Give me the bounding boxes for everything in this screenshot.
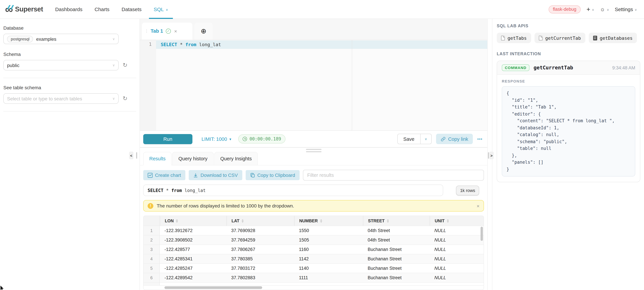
filter-results-input[interactable] bbox=[303, 170, 484, 181]
collapse-api-panel-button[interactable]: > bbox=[489, 152, 494, 159]
schema-sidebar: Database postgresql examples ∨ Schema pu… bbox=[0, 19, 140, 290]
chevron-down-icon: ∨ bbox=[607, 8, 609, 11]
sort-icon bbox=[320, 219, 322, 223]
close-tab-icon[interactable]: × bbox=[174, 28, 177, 33]
sql-code-editor[interactable]: 1 SELECT * from long_lat bbox=[140, 39, 487, 130]
run-button[interactable]: Run bbox=[143, 134, 192, 144]
theme-menu[interactable]: ☼ ∨ bbox=[600, 6, 609, 12]
row-count-badge[interactable]: 1k rows bbox=[456, 185, 479, 195]
warning-text: The number of rows displayed is limited … bbox=[157, 203, 294, 209]
editor-gutter: 1 bbox=[140, 40, 156, 130]
chevron-down-icon: ∨ bbox=[112, 97, 115, 100]
sql-editor-panel: ⋮ Tab 1 ✓ × ⊕ 1 SELECT * from long_lat R… bbox=[140, 19, 488, 290]
table-row: 4 -122.4285341 37.780385 1142 Buchanan S… bbox=[144, 254, 484, 263]
database-select[interactable]: postgresql examples ∨ bbox=[3, 34, 118, 44]
chevron-down-icon: ∨ bbox=[112, 63, 115, 67]
tab-query-insights[interactable]: Query Insights bbox=[214, 152, 258, 165]
add-tab-button[interactable]: ⊕ bbox=[194, 22, 213, 39]
superset-sql-lab: ∞ Superset Dashboards Charts Datasets SQ… bbox=[0, 0, 644, 290]
vertical-scrollbar-thumb[interactable] bbox=[480, 227, 483, 241]
executed-query-preview: SELECT * from long_lat bbox=[143, 185, 443, 196]
plus-icon: + bbox=[586, 6, 590, 12]
editor-tab-1[interactable]: ⋮ Tab 1 ✓ × bbox=[142, 22, 192, 39]
chevron-down-icon: ∨ bbox=[635, 8, 637, 11]
settings-menu[interactable]: Settings ∨ bbox=[615, 6, 637, 12]
table-row: 2 -122.3908502 37.7694259 1505 04th Stre… bbox=[144, 235, 484, 245]
save-split-button: Save ∨ bbox=[397, 134, 432, 144]
command-timestamp: 9:34:48 AM bbox=[612, 65, 635, 70]
column-header-number[interactable]: NUMBER bbox=[294, 216, 363, 226]
get-databases-button[interactable]: getDatabases bbox=[588, 33, 637, 43]
sort-icon bbox=[447, 219, 449, 223]
refresh-schemas-icon[interactable]: ↻ bbox=[123, 62, 128, 68]
close-warning-icon[interactable]: × bbox=[476, 203, 480, 209]
limit-label: LIMIT: bbox=[202, 136, 215, 142]
schema-label: Schema bbox=[3, 51, 136, 57]
panel-resize-divider[interactable] bbox=[140, 147, 487, 152]
clipboard-icon bbox=[250, 173, 255, 178]
download-csv-button[interactable]: Download to CSV bbox=[189, 170, 242, 180]
save-dropdown-button[interactable]: ∨ bbox=[420, 134, 431, 144]
tab-status-check-icon: ✓ bbox=[166, 28, 171, 33]
line-number: 1 bbox=[140, 40, 156, 47]
table-header-row: LON LAT NUMBER STREET UNIT bbox=[144, 216, 484, 226]
mouse-cursor bbox=[0, 285, 4, 290]
response-code-block: { "id": "1", "title": "Tab 1", "editor":… bbox=[502, 86, 635, 177]
column-header-lat[interactable]: LAT bbox=[226, 216, 294, 226]
sort-icon bbox=[176, 219, 178, 223]
topbar-right: flask-debug + ∨ ☼ ∨ Settings ∨ bbox=[548, 5, 637, 13]
collapse-sidebar-button[interactable]: < bbox=[129, 152, 134, 159]
table-select[interactable]: Select table or type to search tables ∨ bbox=[3, 93, 118, 104]
last-interaction-title: LAST INTERACTION bbox=[497, 51, 640, 56]
chevron-down-icon: ∨ bbox=[112, 37, 115, 41]
nav-dashboards[interactable]: Dashboards bbox=[55, 0, 82, 19]
get-current-tab-button[interactable]: getCurrentTab bbox=[534, 33, 585, 43]
database-value: examples bbox=[36, 36, 56, 42]
database-engine-tag: postgresql bbox=[7, 35, 33, 42]
editor-print-margin bbox=[352, 40, 352, 130]
command-name: getCurrentTab bbox=[534, 65, 573, 71]
more-actions-button[interactable]: ••• bbox=[477, 137, 482, 141]
column-header-lon[interactable]: LON bbox=[160, 216, 226, 226]
column-header-street[interactable]: STREET bbox=[363, 216, 430, 226]
column-header-unit[interactable]: UNIT bbox=[430, 216, 484, 226]
refresh-tables-icon[interactable]: ↻ bbox=[123, 96, 128, 101]
tab-results[interactable]: Results bbox=[143, 152, 172, 165]
table-schema-label: See table schema bbox=[3, 85, 136, 90]
save-button[interactable]: Save bbox=[398, 134, 420, 144]
create-chart-button[interactable]: Create chart bbox=[143, 170, 185, 180]
chart-icon bbox=[148, 173, 153, 178]
copy-clipboard-button[interactable]: Copy to Clipboard bbox=[246, 170, 300, 180]
new-menu[interactable]: + ∨ bbox=[586, 6, 594, 12]
results-tabs: Results Query history Query Insights bbox=[140, 152, 487, 165]
editor-scrollbar-sliver[interactable] bbox=[136, 152, 137, 159]
cabinet-icon bbox=[593, 35, 597, 40]
horizontal-scrollbar[interactable] bbox=[144, 285, 484, 290]
run-toolbar: Run LIMIT: 1000 ▾ 00:00:00.189 Save ∨ Co… bbox=[140, 131, 487, 147]
superset-logo[interactable]: ∞ Superset bbox=[5, 4, 43, 15]
results-table: LON LAT NUMBER STREET UNIT 1 -122.391267… bbox=[143, 216, 484, 290]
resize-drag-handle-icon[interactable] bbox=[306, 149, 321, 154]
sql-lab-api-panel: SQL LAB APIS getTabs getCurrentTab getDa… bbox=[492, 19, 644, 290]
sidebar-divider bbox=[3, 111, 136, 111]
drag-handle-icon[interactable]: ⋮ bbox=[144, 29, 148, 33]
top-navbar: ∞ Superset Dashboards Charts Datasets SQ… bbox=[0, 0, 644, 19]
editor-scrollbar-sliver[interactable] bbox=[488, 152, 489, 159]
horizontal-scrollbar-thumb[interactable] bbox=[164, 286, 262, 289]
nav-datasets[interactable]: Datasets bbox=[122, 0, 142, 19]
get-tabs-button[interactable]: getTabs bbox=[497, 33, 531, 43]
table-row-partial bbox=[144, 282, 484, 285]
sun-icon: ☼ bbox=[600, 6, 605, 12]
sort-icon bbox=[387, 219, 389, 223]
editor-tab-title: Tab 1 bbox=[151, 28, 163, 34]
command-badge: COMMAND bbox=[502, 64, 530, 71]
tab-query-history[interactable]: Query history bbox=[172, 152, 214, 165]
nav-sql[interactable]: SQL∨ bbox=[154, 0, 168, 19]
response-label: RESPONSE bbox=[502, 79, 635, 83]
command-card-body: RESPONSE { "id": "1", "title": "Tab 1", … bbox=[497, 75, 640, 182]
editor-code-line: SELECT * from long_lat bbox=[161, 40, 221, 49]
limit-dropdown[interactable]: LIMIT: 1000 ▾ bbox=[202, 136, 231, 142]
schema-select[interactable]: public ∨ bbox=[3, 60, 118, 70]
nav-charts[interactable]: Charts bbox=[94, 0, 109, 19]
copy-link-button[interactable]: Copy link bbox=[436, 134, 473, 144]
